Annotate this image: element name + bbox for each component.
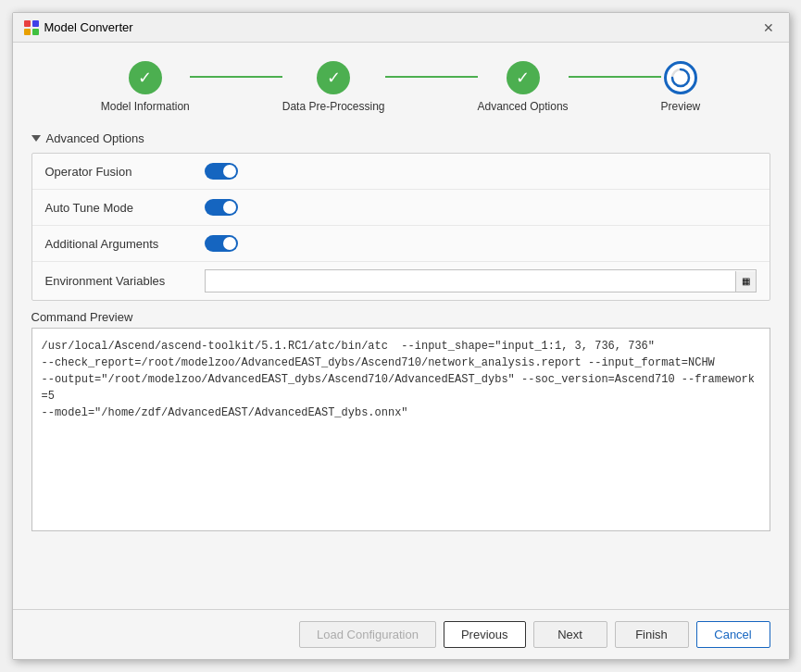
auto-tune-label: Auto Tune Mode <box>45 201 194 215</box>
env-variables-label: Environment Variables <box>45 274 194 288</box>
stepper: ✓ Model Information ✓ Data Pre-Processin… <box>13 43 789 122</box>
step-label-4: Preview <box>661 100 701 113</box>
auto-tune-row: Auto Tune Mode <box>32 190 770 226</box>
svg-rect-2 <box>24 29 31 35</box>
svg-rect-0 <box>24 20 31 27</box>
additional-args-label: Additional Arguments <box>45 237 194 251</box>
command-preview-label: Command Preview <box>31 310 770 324</box>
svg-rect-3 <box>32 29 39 35</box>
cancel-button[interactable]: Cancel <box>696 621 770 648</box>
connector-1 <box>190 76 282 78</box>
section-header: Advanced Options <box>31 131 770 145</box>
step-label-1: Model Information <box>101 100 190 113</box>
footer: Load Configuration Previous Next Finish … <box>13 609 789 659</box>
step-circle-2: ✓ <box>317 61 350 94</box>
title-bar: Model Converter ✕ <box>13 13 789 43</box>
step-model-information: ✓ Model Information <box>101 61 190 113</box>
collapse-icon[interactable] <box>31 135 41 142</box>
finish-button[interactable]: Finish <box>615 621 689 648</box>
next-button[interactable]: Next <box>533 621 607 648</box>
env-browse-button[interactable]: ▦ <box>735 271 756 292</box>
operator-fusion-row: Operator Fusion <box>32 154 770 190</box>
step-label-2: Data Pre-Processing <box>282 100 385 113</box>
step-advanced-options: ✓ Advanced Options <box>478 61 569 113</box>
section-title: Advanced Options <box>46 131 144 145</box>
dialog-window: Model Converter ✕ ✓ Model Information ✓ … <box>12 12 790 660</box>
step-circle-4 <box>664 61 697 94</box>
operator-fusion-label: Operator Fusion <box>45 165 194 179</box>
additional-args-row: Additional Arguments <box>32 226 770 262</box>
command-preview-section: Command Preview /usr/local/Ascend/ascend… <box>31 310 770 531</box>
step-preview: Preview <box>661 61 701 113</box>
previous-button[interactable]: Previous <box>444 621 526 648</box>
active-step-icon <box>670 68 691 88</box>
dialog-title: Model Converter <box>44 20 133 34</box>
step-circle-3: ✓ <box>507 61 540 94</box>
step-circle-1: ✓ <box>129 61 162 94</box>
env-variables-input[interactable] <box>206 270 735 292</box>
additional-args-toggle[interactable] <box>205 235 238 252</box>
step-label-3: Advanced Options <box>478 100 569 113</box>
svg-rect-1 <box>32 20 39 27</box>
env-variables-row: Environment Variables ▦ <box>32 262 770 300</box>
env-input-container: ▦ <box>205 269 757 292</box>
connector-2 <box>385 76 478 78</box>
auto-tune-toggle[interactable] <box>205 199 238 216</box>
app-icon <box>24 20 39 35</box>
operator-fusion-toggle[interactable] <box>205 163 238 180</box>
load-configuration-button[interactable]: Load Configuration <box>299 621 436 648</box>
step-data-pre-processing: ✓ Data Pre-Processing <box>282 61 385 113</box>
command-preview-box: /usr/local/Ascend/ascend-toolkit/5.1.RC1… <box>31 328 770 531</box>
connector-3 <box>569 76 661 78</box>
main-content: Advanced Options Operator Fusion Auto Tu… <box>13 122 789 609</box>
close-button[interactable]: ✕ <box>759 19 778 37</box>
options-panel: Operator Fusion Auto Tune Mode Additiona… <box>31 153 770 301</box>
